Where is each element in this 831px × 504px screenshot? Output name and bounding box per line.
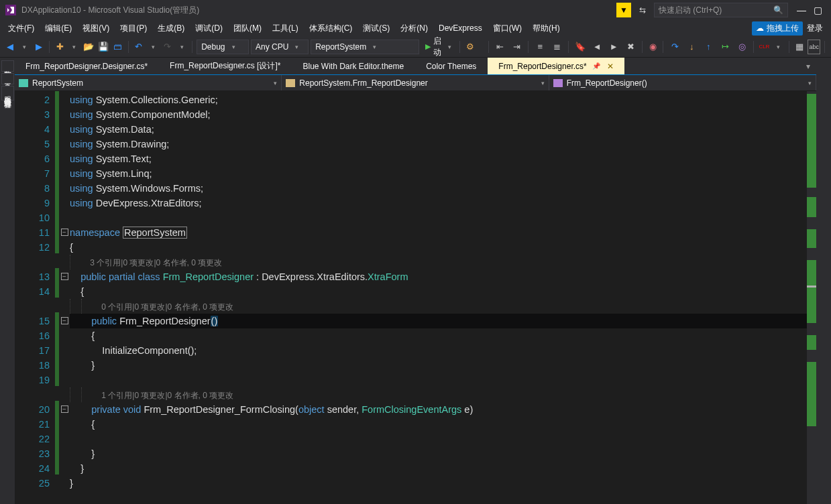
undo-icon[interactable]: ↶ xyxy=(132,40,144,54)
maximize-button[interactable]: ▢ xyxy=(810,5,826,15)
save-icon[interactable]: 💾 xyxy=(97,40,109,54)
codelens-text[interactable]: 3 个引用|0 项更改|0 名作者, 0 项更改 xyxy=(81,258,222,267)
open-file-icon[interactable]: 📂 xyxy=(82,40,95,54)
platform-dropdown[interactable]: Any CPU xyxy=(251,40,309,54)
scroll-map[interactable] xyxy=(807,91,816,504)
cloud-upload-badge[interactable]: ☁ 拖拽上传 xyxy=(752,21,803,36)
tab-theme[interactable]: Blue With Dark Editor.theme xyxy=(292,58,415,74)
codelens-line[interactable]: 3 个引用|0 项更改|0 名作者, 0 项更改 xyxy=(70,255,816,269)
code-line[interactable]: { xyxy=(70,328,816,343)
left-tab-server-explorer[interactable]: 服务器资源管理器 xyxy=(1,86,14,101)
code-line[interactable]: InitializeComponent(); xyxy=(70,343,816,358)
menu-debug[interactable]: 调试(D) xyxy=(190,20,228,36)
code-line[interactable]: using System.Windows.Forms; xyxy=(70,181,816,196)
new-project-icon[interactable]: ✚ xyxy=(54,40,66,54)
minimize-button[interactable]: — xyxy=(793,5,810,15)
menu-test[interactable]: 测试(S) xyxy=(357,20,395,36)
exception-dropdown[interactable] xyxy=(773,40,785,54)
code-line[interactable]: } xyxy=(70,358,816,373)
code-line[interactable]: { xyxy=(70,284,816,299)
menu-edit[interactable]: 编辑(E) xyxy=(40,20,77,36)
code-line[interactable]: } xyxy=(70,461,816,476)
nav-member-dropdown[interactable]: Frm_ReportDesigner() xyxy=(549,75,816,90)
menu-view[interactable]: 视图(V) xyxy=(77,20,115,36)
menu-team[interactable]: 团队(M) xyxy=(228,20,267,36)
codelens-text[interactable]: 0 个引用|0 项更改|0 名作者, 0 项更改 xyxy=(93,302,233,312)
startup-dropdown[interactable]: ReportSystem xyxy=(311,40,419,54)
fold-gutter[interactable]: − xyxy=(59,312,70,327)
code-line[interactable]: { xyxy=(70,417,816,432)
tab-overflow-icon[interactable]: ▾ xyxy=(800,58,816,74)
redo-icon[interactable]: ↷ xyxy=(161,40,173,54)
code-line[interactable]: using System.Text; xyxy=(70,151,816,166)
menu-devexpress[interactable]: DevExpress xyxy=(433,20,488,36)
bookmark-icon[interactable]: 🔖 xyxy=(573,40,588,54)
code-line[interactable] xyxy=(70,210,816,225)
code-line[interactable] xyxy=(70,373,816,387)
fold-gutter[interactable]: − xyxy=(59,268,70,283)
code-line[interactable]: } xyxy=(70,446,816,461)
menu-build[interactable]: 生成(B) xyxy=(152,20,190,36)
left-tab-datasource[interactable]: 数据源 xyxy=(1,60,14,72)
config-dropdown[interactable]: Debug xyxy=(197,40,249,54)
nav-class-dropdown[interactable]: ReportSystem.Frm_ReportDesigner xyxy=(282,75,549,90)
step-into-icon[interactable]: ↓ xyxy=(684,40,699,54)
codelens-line[interactable]: 1 个引用|0 项更改|0 名作者, 0 项更改 xyxy=(70,387,816,402)
code-line[interactable]: public Frm_ReportDesigner() xyxy=(70,314,816,328)
code-line[interactable]: } xyxy=(70,476,816,491)
code-line[interactable]: using System.Linq; xyxy=(70,166,816,181)
code-line[interactable]: public partial class Frm_ReportDesigner … xyxy=(70,269,816,284)
indent-decrease-icon[interactable]: ⇤ xyxy=(492,40,507,54)
code-line[interactable]: using System.Data; xyxy=(70,122,816,137)
fold-minus-icon[interactable]: − xyxy=(61,273,68,280)
code-line[interactable]: using System.Drawing; xyxy=(70,137,816,151)
step-out-icon[interactable]: ↑ xyxy=(701,40,716,54)
close-icon[interactable]: ✕ xyxy=(607,62,614,71)
undo-dropdown[interactable] xyxy=(147,40,159,54)
feedback-icon[interactable]: ⇆ xyxy=(635,5,650,15)
start-debug-button[interactable]: ▶ 启动 ▾ xyxy=(421,36,455,58)
comment-icon[interactable]: ≡ xyxy=(533,40,547,54)
redo-dropdown[interactable] xyxy=(176,40,188,54)
code-map-icon[interactable]: ◉ xyxy=(647,40,659,54)
menu-arch[interactable]: 体系结构(C) xyxy=(304,20,358,36)
menu-file[interactable]: 文件(F) xyxy=(3,20,40,36)
step-over-icon[interactable]: ↷ xyxy=(667,40,682,54)
tab-design-view[interactable]: Frm_ReportDesigner.cs [设计]* xyxy=(159,58,292,74)
code-line[interactable]: { xyxy=(70,240,816,255)
fold-gutter[interactable]: − xyxy=(59,401,70,416)
fold-minus-icon[interactable]: − xyxy=(61,317,68,324)
menu-tools[interactable]: 工具(L) xyxy=(267,20,304,36)
code-line[interactable]: private void Frm_ReportDesigner_FormClos… xyxy=(70,402,816,417)
code-line[interactable]: using System.ComponentModel; xyxy=(70,107,816,122)
uncomment-icon[interactable]: ≣ xyxy=(549,40,564,54)
save-all-icon[interactable]: 🗃 xyxy=(111,40,123,54)
tab-active-cs[interactable]: Frm_ReportDesigner.cs* 📌 ✕ xyxy=(488,58,624,74)
attach-icon[interactable]: ⚙ xyxy=(464,40,476,54)
code-line[interactable]: using System.Collections.Generic; xyxy=(70,92,816,107)
exception-settings-icon[interactable]: CLR xyxy=(758,40,770,54)
menu-analyze[interactable]: 分析(N) xyxy=(395,20,433,36)
tab-designer-cs[interactable]: Frm_ReportDesigner.Designer.cs* xyxy=(15,58,159,74)
menu-help[interactable]: 帮助(H) xyxy=(527,20,565,36)
code-editor[interactable]: 2345678910111213141516171819202122232425… xyxy=(15,91,816,504)
notification-flag-icon[interactable]: ▼ xyxy=(616,3,631,17)
codelens-line[interactable]: 0 个引用|0 项更改|0 名作者, 0 项更改 xyxy=(70,299,816,314)
bookmark-prev-icon[interactable]: ◄ xyxy=(590,40,604,54)
solution-explorer-icon[interactable]: ▦ xyxy=(793,40,806,54)
indent-increase-icon[interactable]: ⇥ xyxy=(509,40,524,54)
code-line[interactable]: namespace ReportSystem xyxy=(70,225,816,240)
codelens-text[interactable]: 1 个引用|0 项更改|0 名作者, 0 项更改 xyxy=(93,391,233,400)
fold-gutter[interactable]: − xyxy=(59,224,70,239)
fold-minus-icon[interactable]: − xyxy=(61,229,68,236)
bookmark-clear-icon[interactable]: ✖ xyxy=(623,40,638,54)
run-to-cursor-icon[interactable]: ↦ xyxy=(718,40,732,54)
sign-in-link[interactable]: 登录 xyxy=(807,23,823,34)
menu-project[interactable]: 项目(P) xyxy=(115,20,152,36)
nav-back-history[interactable] xyxy=(18,40,30,54)
new-project-dropdown[interactable] xyxy=(68,40,80,54)
nav-project-dropdown[interactable]: ReportSystem xyxy=(15,75,282,90)
code-line[interactable] xyxy=(70,432,816,446)
fold-minus-icon[interactable]: − xyxy=(61,405,68,413)
nav-back-icon[interactable]: ◀ xyxy=(4,40,16,54)
